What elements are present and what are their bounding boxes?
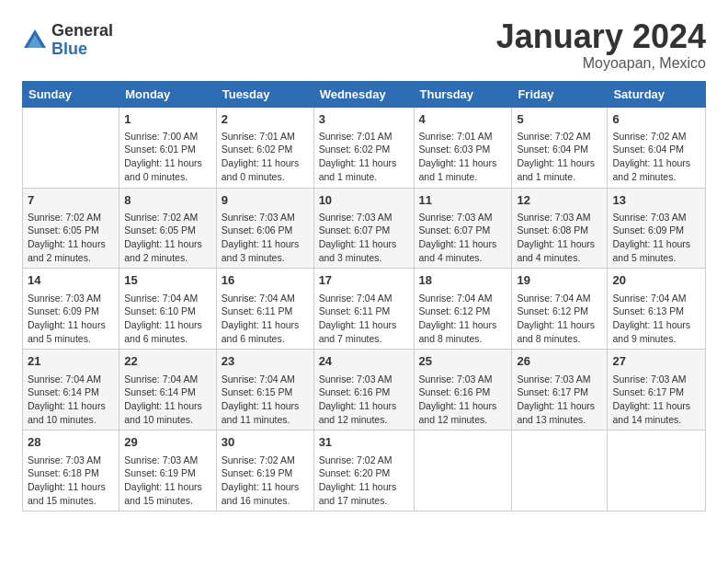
calendar-cell: 4Sunrise: 7:01 AM Sunset: 6:03 PM Daylig… <box>414 107 512 188</box>
day-number: 3 <box>319 111 409 128</box>
day-number: 7 <box>28 192 114 209</box>
calendar-cell: 9Sunrise: 7:03 AM Sunset: 6:06 PM Daylig… <box>216 188 313 269</box>
day-number: 6 <box>612 111 700 128</box>
day-info: Sunrise: 7:02 AM Sunset: 6:20 PM Dayligh… <box>319 454 409 508</box>
calendar-cell: 14Sunrise: 7:03 AM Sunset: 6:09 PM Dayli… <box>23 269 119 350</box>
calendar-cell: 17Sunrise: 7:04 AM Sunset: 6:11 PM Dayli… <box>313 269 414 350</box>
calendar-cell: 8Sunrise: 7:02 AM Sunset: 6:05 PM Daylig… <box>119 188 217 269</box>
logo-general: General <box>51 22 113 40</box>
weekday-header: Sunday <box>23 81 119 107</box>
calendar-cell: 27Sunrise: 7:03 AM Sunset: 6:17 PM Dayli… <box>608 350 706 431</box>
day-info: Sunrise: 7:03 AM Sunset: 6:09 PM Dayligh… <box>28 292 114 346</box>
day-number: 31 <box>319 434 409 451</box>
day-number: 23 <box>222 353 309 370</box>
day-number: 9 <box>222 192 309 209</box>
day-number: 11 <box>419 192 507 209</box>
day-info: Sunrise: 7:01 AM Sunset: 6:02 PM Dayligh… <box>222 130 309 184</box>
day-info: Sunrise: 7:03 AM Sunset: 6:07 PM Dayligh… <box>319 211 409 265</box>
calendar-cell: 31Sunrise: 7:02 AM Sunset: 6:20 PM Dayli… <box>313 431 414 511</box>
calendar-cell: 20Sunrise: 7:04 AM Sunset: 6:13 PM Dayli… <box>608 269 706 350</box>
logo-icon <box>22 28 48 53</box>
weekday-header: Wednesday <box>313 81 414 107</box>
day-info: Sunrise: 7:02 AM Sunset: 6:04 PM Dayligh… <box>612 130 700 184</box>
calendar-cell: 15Sunrise: 7:04 AM Sunset: 6:10 PM Dayli… <box>119 269 217 350</box>
day-number: 5 <box>517 111 602 128</box>
day-info: Sunrise: 7:04 AM Sunset: 6:14 PM Dayligh… <box>124 373 211 427</box>
calendar-cell <box>23 107 119 188</box>
calendar-cell <box>608 431 706 511</box>
day-number: 13 <box>612 192 700 209</box>
day-number: 29 <box>124 434 211 451</box>
day-info: Sunrise: 7:03 AM Sunset: 6:19 PM Dayligh… <box>124 454 211 508</box>
calendar-cell: 11Sunrise: 7:03 AM Sunset: 6:07 PM Dayli… <box>414 188 512 269</box>
day-number: 27 <box>612 353 700 370</box>
calendar-cell: 5Sunrise: 7:02 AM Sunset: 6:04 PM Daylig… <box>512 107 608 188</box>
calendar-cell: 19Sunrise: 7:04 AM Sunset: 6:12 PM Dayli… <box>512 269 608 350</box>
day-number: 25 <box>419 353 507 370</box>
title-block: January 2024 Moyoapan, Mexico <box>496 18 706 72</box>
day-info: Sunrise: 7:03 AM Sunset: 6:17 PM Dayligh… <box>517 373 602 427</box>
calendar-cell: 2Sunrise: 7:01 AM Sunset: 6:02 PM Daylig… <box>216 107 313 188</box>
calendar-table: SundayMondayTuesdayWednesdayThursdayFrid… <box>22 81 706 512</box>
calendar-cell: 3Sunrise: 7:01 AM Sunset: 6:02 PM Daylig… <box>313 107 414 188</box>
day-number: 10 <box>319 192 409 209</box>
day-info: Sunrise: 7:04 AM Sunset: 6:11 PM Dayligh… <box>222 292 309 346</box>
day-info: Sunrise: 7:03 AM Sunset: 6:16 PM Dayligh… <box>419 373 507 427</box>
page-header: General Blue January 2024 Moyoapan, Mexi… <box>22 18 706 72</box>
calendar-header: SundayMondayTuesdayWednesdayThursdayFrid… <box>23 81 706 107</box>
day-number: 22 <box>124 353 211 370</box>
location: Moyoapan, Mexico <box>496 55 706 72</box>
day-number: 24 <box>319 353 409 370</box>
calendar-cell: 7Sunrise: 7:02 AM Sunset: 6:05 PM Daylig… <box>23 188 119 269</box>
weekday-header: Thursday <box>414 81 512 107</box>
day-number: 12 <box>517 192 602 209</box>
calendar-cell: 6Sunrise: 7:02 AM Sunset: 6:04 PM Daylig… <box>608 107 706 188</box>
calendar-cell: 1Sunrise: 7:00 AM Sunset: 6:01 PM Daylig… <box>119 107 217 188</box>
day-number: 16 <box>222 272 309 289</box>
month-title: January 2024 <box>496 18 706 55</box>
day-number: 26 <box>517 353 602 370</box>
day-info: Sunrise: 7:04 AM Sunset: 6:13 PM Dayligh… <box>612 292 700 346</box>
calendar-cell: 16Sunrise: 7:04 AM Sunset: 6:11 PM Dayli… <box>216 269 313 350</box>
day-info: Sunrise: 7:01 AM Sunset: 6:02 PM Dayligh… <box>319 130 409 184</box>
weekday-header: Friday <box>512 81 608 107</box>
day-info: Sunrise: 7:03 AM Sunset: 6:06 PM Dayligh… <box>222 211 309 265</box>
calendar-cell: 30Sunrise: 7:02 AM Sunset: 6:19 PM Dayli… <box>216 431 313 511</box>
day-info: Sunrise: 7:04 AM Sunset: 6:11 PM Dayligh… <box>319 292 409 346</box>
day-number: 1 <box>124 111 211 128</box>
day-number: 17 <box>319 272 409 289</box>
day-number: 28 <box>28 434 114 451</box>
weekday-header: Monday <box>119 81 217 107</box>
day-number: 21 <box>28 353 114 370</box>
day-info: Sunrise: 7:03 AM Sunset: 6:17 PM Dayligh… <box>612 373 700 427</box>
calendar-cell: 18Sunrise: 7:04 AM Sunset: 6:12 PM Dayli… <box>414 269 512 350</box>
day-info: Sunrise: 7:04 AM Sunset: 6:14 PM Dayligh… <box>28 373 114 427</box>
day-number: 2 <box>222 111 309 128</box>
day-info: Sunrise: 7:02 AM Sunset: 6:05 PM Dayligh… <box>124 211 211 265</box>
day-info: Sunrise: 7:02 AM Sunset: 6:05 PM Dayligh… <box>28 211 114 265</box>
day-number: 18 <box>419 272 507 289</box>
day-number: 19 <box>517 272 602 289</box>
day-info: Sunrise: 7:02 AM Sunset: 6:04 PM Dayligh… <box>517 130 602 184</box>
calendar-cell: 22Sunrise: 7:04 AM Sunset: 6:14 PM Dayli… <box>119 350 217 431</box>
day-info: Sunrise: 7:03 AM Sunset: 6:16 PM Dayligh… <box>319 373 409 427</box>
calendar-cell: 26Sunrise: 7:03 AM Sunset: 6:17 PM Dayli… <box>512 350 608 431</box>
calendar-cell: 29Sunrise: 7:03 AM Sunset: 6:19 PM Dayli… <box>119 431 217 511</box>
day-info: Sunrise: 7:03 AM Sunset: 6:07 PM Dayligh… <box>419 211 507 265</box>
day-info: Sunrise: 7:00 AM Sunset: 6:01 PM Dayligh… <box>124 130 211 184</box>
calendar-cell: 10Sunrise: 7:03 AM Sunset: 6:07 PM Dayli… <box>313 188 414 269</box>
weekday-header: Saturday <box>608 81 706 107</box>
weekday-header: Tuesday <box>216 81 313 107</box>
calendar-cell <box>414 431 512 511</box>
day-number: 14 <box>28 272 114 289</box>
day-info: Sunrise: 7:04 AM Sunset: 6:15 PM Dayligh… <box>222 373 309 427</box>
day-info: Sunrise: 7:03 AM Sunset: 6:18 PM Dayligh… <box>28 454 114 508</box>
day-number: 30 <box>222 434 309 451</box>
calendar-cell: 13Sunrise: 7:03 AM Sunset: 6:09 PM Dayli… <box>608 188 706 269</box>
day-info: Sunrise: 7:04 AM Sunset: 6:10 PM Dayligh… <box>124 292 211 346</box>
day-info: Sunrise: 7:04 AM Sunset: 6:12 PM Dayligh… <box>419 292 507 346</box>
calendar-cell: 12Sunrise: 7:03 AM Sunset: 6:08 PM Dayli… <box>512 188 608 269</box>
calendar-cell <box>512 431 608 511</box>
day-info: Sunrise: 7:03 AM Sunset: 6:09 PM Dayligh… <box>612 211 700 265</box>
logo-blue: Blue <box>51 40 113 59</box>
